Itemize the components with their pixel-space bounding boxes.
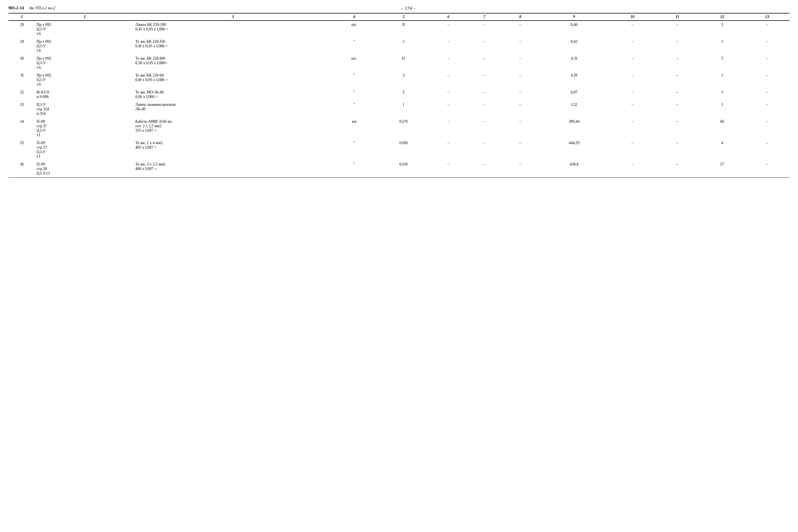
main-table: 1 2 3 4 5 6 7 8 9 10 11 12 13 28Пр-т 092… xyxy=(8,13,790,177)
cell-7-col12: 66 xyxy=(700,118,744,139)
cell-4-col10: – xyxy=(610,72,655,89)
cell-4-col12: I xyxy=(700,72,744,89)
cell-8-col5: 0,0I0 xyxy=(376,139,430,160)
col-header-11: 11 xyxy=(655,13,700,21)
cell-1-col10: – xyxy=(610,21,655,38)
cell-2-col5: 2 xyxy=(376,38,430,55)
cell-3-col10: – xyxy=(610,55,655,72)
cell-2-col1: 29 xyxy=(8,38,36,55)
cell-9-col12: 57 xyxy=(700,160,744,177)
cell-7-col9: 389,44 xyxy=(538,118,610,139)
col-header-1: 1 xyxy=(8,13,36,21)
cell-3-col9: 0,3I xyxy=(538,55,610,72)
cell-3-col7: – xyxy=(466,55,502,72)
col-header-9: 9 xyxy=(538,13,610,21)
cell-8-col11: – xyxy=(655,139,700,160)
cell-7-col6: – xyxy=(430,118,467,139)
cell-3-col2: Пр-т 092Ц.I-Ут.6 xyxy=(36,55,134,72)
col-header-7: 7 xyxy=(466,13,502,21)
cell-7-col5: 0,I70 xyxy=(376,118,430,139)
col-header-4: 4 xyxy=(332,13,376,21)
table-row: 30Пр-т 092Ц.I-Ут.6То же, БК 220-I000,30 … xyxy=(8,55,790,72)
cell-5-col7: – xyxy=(466,89,502,101)
table-row: 33Ц.I-Устр.324п.354Лампа люминесцентнаяЛ… xyxy=(8,101,790,118)
cell-1-col9: 0,46 xyxy=(538,21,610,38)
cell-1-col3: Лампа БК 220-2000,45 х 0,95 х I,086 = xyxy=(134,21,331,38)
cell-7-col8: – xyxy=(502,118,538,139)
cell-5-col11: – xyxy=(655,89,700,101)
cell-2-col7: – xyxy=(466,38,502,55)
cell-8-col8: – xyxy=(502,139,538,160)
cell-7-col7: – xyxy=(466,118,502,139)
cell-6-col6: – xyxy=(430,101,467,118)
table-row: 29Пр-т 092Ц.I-Ут.6То же, БК 220-I500,4I … xyxy=(8,38,790,55)
cell-2-col4: " xyxy=(332,38,376,55)
cell-3-col6: – xyxy=(430,55,467,72)
cell-3-col13: – xyxy=(744,55,790,72)
cell-5-col9: 0,07 xyxy=(538,89,610,101)
cell-6-col13: – xyxy=(744,101,790,118)
cell-9-col9: 438,8 xyxy=(538,160,610,177)
cell-9-col5: 0,I30 xyxy=(376,160,430,177)
cell-8-col10: – xyxy=(610,139,655,160)
cell-6-col5: I xyxy=(376,101,430,118)
cell-1-col4: шт. xyxy=(332,21,376,38)
cell-7-col10: – xyxy=(610,118,655,139)
cell-7-col3: Кабель АВВГ-0,66 кв.сеч. 2 х 2,5 мм2355 … xyxy=(134,118,331,139)
table-row: 32I6-03-Пп.9-006То же, МО-36-400,06 х I,… xyxy=(8,89,790,101)
cell-6-col7: – xyxy=(466,101,502,118)
cell-6-col4: " xyxy=(332,101,376,118)
cell-9-col3: То же, 3 х 2,5 мм2400 х I,097 = xyxy=(134,160,331,177)
cell-2-col11: – xyxy=(655,38,700,55)
doc-number: 903-2-14 xyxy=(8,6,24,10)
cell-2-col6: – xyxy=(430,38,467,55)
cell-8-col1: 35 xyxy=(8,139,36,160)
cell-8-col13: – xyxy=(744,139,790,160)
cell-7-col11: – xyxy=(655,118,700,139)
doc-ref: Ак.УП,ч.2 кн.2 xyxy=(29,6,55,10)
cell-5-col4: " xyxy=(332,89,376,101)
cell-8-col12: 4 xyxy=(700,139,744,160)
cell-1-col13: – xyxy=(744,21,790,38)
column-headers: 1 2 3 4 5 6 7 8 9 10 11 12 13 xyxy=(8,13,790,21)
cell-4-col4: " xyxy=(332,72,376,89)
header-left: 903-2-14 Ак.УП,ч.2 кн.2 xyxy=(8,6,55,11)
col-header-6: 6 xyxy=(430,13,467,21)
cell-7-col4: км xyxy=(332,118,376,139)
cell-4-col7: – xyxy=(466,72,502,89)
cell-3-col12: 5 xyxy=(700,55,744,72)
cell-1-col2: Пр-т 092Ц.I-Ут.6 xyxy=(36,21,134,38)
cell-5-col3: То же, МО-36-400,06 х I,086 = xyxy=(134,89,331,101)
cell-9-col10: – xyxy=(610,160,655,177)
cell-3-col3: То же, БК 220-I000,30 х 0,95 х I,086= xyxy=(134,55,331,72)
table-row: 34I5-09стр.37Ц.I-Ут.IКабель АВВГ-0,66 кв… xyxy=(8,118,790,139)
cell-6-col9: I,32 xyxy=(538,101,610,118)
cell-3-col1: 30 xyxy=(8,55,36,72)
cell-3-col5: I5 xyxy=(376,55,430,72)
cell-4-col9: 0,I9 xyxy=(538,72,610,89)
cell-5-col5: 2 xyxy=(376,89,430,101)
col-header-3: 3 xyxy=(134,13,331,21)
table-row: 36I5-09стр.38Ц.I-У,т.IТо же, 3 х 2,5 мм2… xyxy=(8,160,790,177)
cell-5-col1: 32 xyxy=(8,89,36,101)
cell-2-col9: 0,42 xyxy=(538,38,610,55)
cell-5-col12: I xyxy=(700,89,744,101)
cell-9-col8: – xyxy=(502,160,538,177)
cell-4-col5: 3 xyxy=(376,72,430,89)
page-header: 903-2-14 Ак.УП,ч.2 кн.2 – 174 – xyxy=(8,6,790,11)
cell-4-col6: – xyxy=(430,72,467,89)
cell-6-col2: Ц.I-Устр.324п.354 xyxy=(36,101,134,118)
cell-6-col1: 33 xyxy=(8,101,36,118)
cell-2-col12: I xyxy=(700,38,744,55)
col-header-2: 2 xyxy=(36,13,134,21)
cell-2-col10: – xyxy=(610,38,655,55)
cell-6-col12: I xyxy=(700,101,744,118)
cell-1-col5: II xyxy=(376,21,430,38)
cell-4-col11: – xyxy=(655,72,700,89)
cell-4-col2: Пр-т 092Ц.I-Ут.6 xyxy=(36,72,134,89)
cell-6-col3: Лампа люминесцентнаяЛБ-40 xyxy=(134,101,331,118)
cell-9-col1: 36 xyxy=(8,160,36,177)
cell-8-col7: – xyxy=(466,139,502,160)
cell-1-col6: – xyxy=(430,21,467,38)
col-header-8: 8 xyxy=(502,13,538,21)
